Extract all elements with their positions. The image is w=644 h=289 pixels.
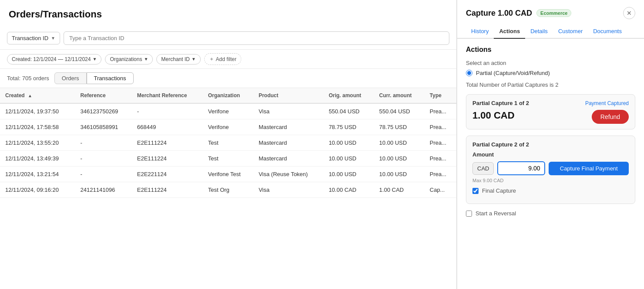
table-cell: Test Org [203,182,253,198]
final-capture-checkbox[interactable] [472,188,479,194]
close-button[interactable]: ✕ [623,7,635,19]
table-row[interactable]: 12/11/2024, 09:16:2024121141096E2E111224… [0,182,456,198]
tab-orders[interactable]: Orders [54,72,87,84]
table-cell: 12/11/2024, 13:21:54 [0,167,75,182]
table-cell: 10.00 USD [374,151,425,167]
payment-captured-link[interactable]: Payment Captured [585,100,629,106]
table-cell: 10.00 CAD [324,182,374,198]
transactions-table: Created ▲ Reference Merchant Reference O… [0,88,456,198]
reversal-checkbox[interactable] [466,211,472,217]
table-cell: Mastercard [253,151,324,167]
page-header: Orders/Transactions [0,0,456,27]
radio-input[interactable] [466,70,472,76]
organizations-label: Organizations [110,56,142,62]
tab-customer[interactable]: Customer [553,24,588,39]
capture-block-1: Partial Capture 1 of 2 Payment Captured … [466,94,635,129]
reversal-row: Start a Reversal [466,210,635,217]
table-cell: Prea... [425,151,456,167]
search-input[interactable] [64,31,449,45]
chevron-down-icon: ▼ [92,57,97,61]
tab-transactions[interactable]: Transactions [87,72,134,84]
capture-block-1-header: Partial Capture 1 of 2 Payment Captured [472,100,629,106]
date-range-filter[interactable]: Created: 12/1/2024 — 12/11/2024 ▼ [7,54,101,65]
col-orig-amount: Orig. amount [324,88,374,103]
table-cell: 10.00 USD [374,167,425,182]
table-row[interactable]: 12/11/2024, 13:49:39-E2E111224TestMaster… [0,151,456,167]
page-title: Orders/Transactions [9,9,448,20]
radio-group: Partial (Capture/Void/Refund) [466,70,635,76]
table-cell: 12/11/2024, 19:37:50 [0,103,75,119]
capture-1-title: Partial Capture 1 of 2 [472,100,529,106]
amount-input-row: CAD Capture Final Payment [472,161,629,175]
col-merchant-reference: Merchant Reference [132,88,203,103]
ecommerce-badge: Ecommerce [536,9,571,17]
table-cell: 78.75 USD [374,119,425,135]
select-action-label: Select an action [466,60,635,66]
radio-partial-capture[interactable]: Partial (Capture/Void/Refund) [466,70,635,76]
sort-icon: ▲ [28,93,32,98]
col-reference: Reference [75,88,132,103]
merchant-id-label: Merchant ID [161,56,189,62]
tab-documents[interactable]: Documents [588,24,627,39]
table-cell: 78.75 USD [324,119,374,135]
table-cell: Test [203,135,253,151]
plus-icon: ＋ [209,55,214,63]
table-row[interactable]: 12/11/2024, 17:58:58346105858991668449Ve… [0,119,456,135]
tab-details[interactable]: Details [525,24,553,39]
table-cell: 12/11/2024, 09:16:20 [0,182,75,198]
table-cell: 550.04 USD [374,103,425,119]
table-row[interactable]: 12/11/2024, 19:37:50346123750269-Verifon… [0,103,456,119]
merchant-id-filter[interactable]: Merchant ID ▼ [156,54,200,65]
table-row[interactable]: 12/11/2024, 13:21:54-E2E221124Verifone T… [0,167,456,182]
col-created: Created ▲ [0,88,75,103]
table-cell: 10.00 USD [324,135,374,151]
left-panel: Orders/Transactions Transaction ID ▼ Cre… [0,0,457,289]
transaction-id-dropdown[interactable]: Transaction ID ▼ [7,32,60,44]
capture-1-amount-row: 1.00 CAD Refund [472,110,629,124]
table-cell: 24121141096 [75,182,132,198]
table-cell: E2E111224 [132,151,203,167]
table-cell: 10.00 USD [324,167,374,182]
date-range-label: Created: 12/1/2024 — 12/11/2024 [12,56,91,62]
table-cell: 12/11/2024, 13:49:39 [0,151,75,167]
table-cell: Prea... [425,119,456,135]
add-filter-button[interactable]: ＋ Add filter [204,53,241,65]
right-panel: Capture 1.00 CAD Ecommerce ✕ History Act… [457,0,644,289]
tab-history[interactable]: History [466,24,494,39]
chevron-down-icon: ▼ [51,36,55,41]
table-cell: 10.00 USD [374,135,425,151]
currency-badge: CAD [472,162,494,175]
total-count: Total: 705 orders [7,75,49,82]
table-cell: E2E111224 [132,182,203,198]
chevron-down-icon: ▼ [192,57,196,61]
refund-button[interactable]: Refund [592,110,629,124]
actions-title: Actions [466,46,635,54]
radio-label: Partial (Capture/Void/Refund) [476,70,550,76]
amount-input[interactable] [497,161,545,175]
tab-actions[interactable]: Actions [494,24,525,39]
table-cell: Test [203,151,253,167]
reversal-label: Start a Reversal [475,210,516,217]
table-cell: - [75,151,132,167]
transaction-id-label: Transaction ID [12,35,48,41]
col-curr-amount: Curr. amount [374,88,425,103]
table-cell: Visa [253,103,324,119]
right-panel-header: Capture 1.00 CAD Ecommerce ✕ [457,0,644,19]
capture-final-payment-button[interactable]: Capture Final Payment [549,162,629,175]
table-cell: Mastercard [253,119,324,135]
table-cell: 346123750269 [75,103,132,119]
organizations-filter[interactable]: Organizations ▼ [105,54,153,65]
partial-captures-info: Total Number of Partial Captures is 2 [466,82,635,88]
table-row[interactable]: 12/11/2024, 13:55:20-E2E111224TestMaster… [0,135,456,151]
filter-bar: Transaction ID ▼ [0,27,456,50]
table-header-row: Created ▲ Reference Merchant Reference O… [0,88,456,103]
capture-block-2: Partial Capture 2 of 2 Amount CAD Captur… [466,136,635,204]
table-cell: - [75,135,132,151]
totals-row: Total: 705 orders Orders Transactions [0,69,456,88]
table-cell: 346105858991 [75,119,132,135]
capture-block-2-header: Partial Capture 2 of 2 [472,141,629,148]
table-cell: Visa (Reuse Token) [253,167,324,182]
final-capture-checkbox-row: Final Capture [472,187,629,194]
table-cell: Prea... [425,103,456,119]
amount-label: Amount [472,151,629,158]
